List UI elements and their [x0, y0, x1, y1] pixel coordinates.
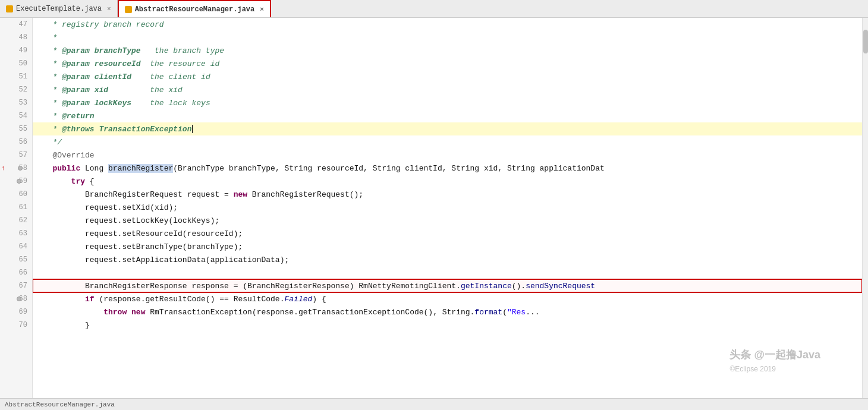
- line-53: 53: [0, 96, 32, 109]
- tab-bar: ExecuteTemplate.java × AbstractResourceM…: [0, 0, 868, 18]
- arrow-icon: ↑: [1, 165, 5, 172]
- line-51: 51: [0, 70, 32, 83]
- code-line-64: request.setBranchType(branchType);: [33, 240, 862, 253]
- code-line-70: }: [33, 318, 862, 332]
- line-64: 64: [0, 240, 32, 253]
- code-line-67: BranchRegisterResponse response = (Branc…: [33, 279, 862, 292]
- line-49: 49: [0, 44, 32, 57]
- code-area: 47 48 49 50 51 52 53 54 55 56 57 ↑ 58 59…: [0, 18, 868, 398]
- line-66: 66: [0, 266, 32, 279]
- code-line-69: throw new RmTransactionException(respons…: [33, 305, 862, 318]
- line-67: 67: [0, 279, 32, 292]
- line-47: 47: [0, 18, 32, 31]
- java-icon: [6, 5, 13, 12]
- scrollbar-thumb[interactable]: [863, 30, 868, 53]
- line-59: 59: [0, 175, 32, 188]
- code-line-49: * @param branchType the branch type: [33, 44, 862, 57]
- line-58: ↑ 58: [0, 162, 32, 175]
- code-line-48: *: [33, 31, 862, 44]
- code-line-53: * @param lockKeys the lock keys: [33, 96, 862, 109]
- line-61: 61: [0, 201, 32, 214]
- line-60: 60: [0, 188, 32, 201]
- line-69: 69: [0, 305, 32, 318]
- circle-68: [17, 297, 21, 301]
- cursor: [192, 125, 193, 133]
- close-tab-1[interactable]: ×: [107, 5, 111, 12]
- line-62: 62: [0, 214, 32, 227]
- java-icon-2: [125, 6, 132, 13]
- line-68: 68: [0, 292, 32, 305]
- code-line-55: * @throws TransactionException: [33, 122, 862, 135]
- line-48: 48: [0, 31, 32, 44]
- code-line-66: [33, 266, 862, 279]
- tab-execute-template[interactable]: ExecuteTemplate.java ×: [0, 0, 118, 17]
- code-content[interactable]: * registry branch record * * @param bran…: [33, 18, 862, 398]
- code-line-58: public Long branchRegister(BranchType br…: [33, 162, 862, 175]
- code-line-65: request.setApplicationData(applicationDa…: [33, 253, 862, 266]
- line-52: 52: [0, 83, 32, 96]
- code-line-59: try {: [33, 175, 862, 188]
- code-line-52: * @param xid the xid: [33, 83, 862, 96]
- editor: ExecuteTemplate.java × AbstractResourceM…: [0, 0, 868, 410]
- breakpoint-circle: [18, 166, 23, 171]
- code-line-50: * @param resourceId the resource id: [33, 57, 862, 70]
- bottom-bar: AbstractResourceManager.java: [0, 398, 868, 410]
- code-line-51: * @param clientId the client id: [33, 70, 862, 83]
- circle-59: [17, 179, 21, 184]
- line-numbers: 47 48 49 50 51 52 53 54 55 56 57 ↑ 58 59…: [0, 18, 33, 398]
- code-line-68: if (response.getResultCode() == ResultCo…: [33, 292, 862, 305]
- code-line-47: * registry branch record: [33, 18, 862, 31]
- line-54: 54: [0, 109, 32, 122]
- code-line-57: @Override: [33, 149, 862, 162]
- line-56: 56: [0, 135, 32, 149]
- line-57: 57: [0, 149, 32, 162]
- line-50: 50: [0, 57, 32, 70]
- code-line-61: request.setXid(xid);: [33, 201, 862, 214]
- status-text: AbstractResourceManager.java: [5, 401, 115, 408]
- line-55: 55: [0, 122, 32, 135]
- tab-abstract-resource-manager[interactable]: AbstractResourceManager.java ×: [118, 0, 271, 17]
- line-63: 63: [0, 227, 32, 240]
- tab-label-1: ExecuteTemplate.java: [16, 5, 102, 13]
- code-line-54: * @return: [33, 109, 862, 122]
- code-line-62: request.setLockKey(lockKeys);: [33, 214, 862, 227]
- tab-label-2: AbstractResourceManager.java: [135, 5, 255, 14]
- vertical-scrollbar[interactable]: [862, 18, 868, 398]
- line-70: 70: [0, 318, 32, 332]
- line-65: 65: [0, 253, 32, 266]
- code-line-56: */: [33, 135, 862, 149]
- code-line-63: request.setResourceId(resourceId);: [33, 227, 862, 240]
- code-line-60: BranchRegisterRequest request = new Bran…: [33, 188, 862, 201]
- close-tab-2[interactable]: ×: [260, 6, 264, 13]
